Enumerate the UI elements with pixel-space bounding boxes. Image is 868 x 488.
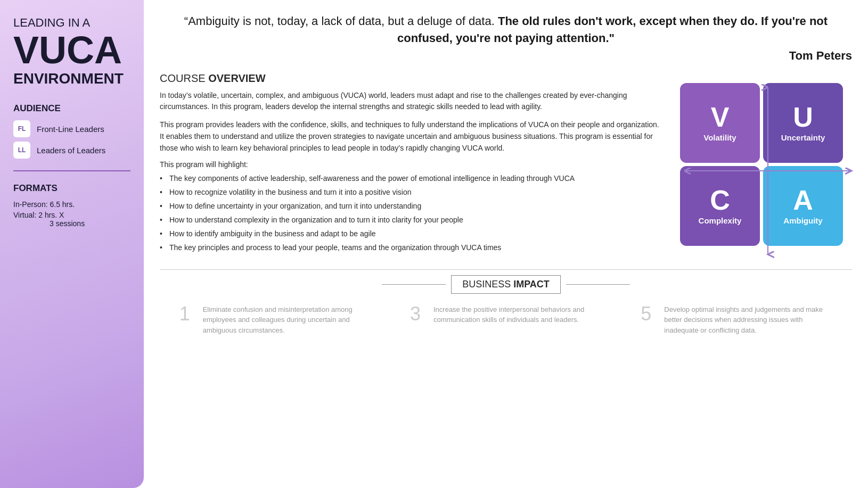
vuca-grid: V Volatility U Uncertainty C Complexity <box>680 83 843 246</box>
vuca-word-a: Ambiguity <box>783 216 822 225</box>
vuca-word-c: Complexity <box>699 216 742 225</box>
virtual-sessions: 3 sessions <box>13 219 130 228</box>
vuca-letter-v: V <box>711 103 730 131</box>
impact-card-3: 3 Increase the positive interpersonal be… <box>405 304 607 336</box>
bullet-item-3: How to understand complexity in the orga… <box>160 214 660 226</box>
bullet-item-0: The key components of active leadership,… <box>160 173 660 184</box>
body-area: COURSE OVERVIEW In today’s volatile, unc… <box>160 72 852 257</box>
impact-heading-plain: BUSINESS <box>462 279 511 290</box>
vuca-cell-a: A Ambiguity <box>763 166 843 246</box>
vuca-word-v: Volatility <box>703 133 736 142</box>
audience-badge-fl: FL <box>13 120 30 137</box>
impact-text-3: Increase the positive interpersonal beha… <box>433 304 602 325</box>
vuca-grid-wrapper: V Volatility U Uncertainty C Complexity <box>680 83 843 246</box>
vuca-grid-container: V Volatility U Uncertainty C Complexity <box>671 72 852 257</box>
bullet-item-4: How to identify ambiguity in the busines… <box>160 228 660 239</box>
impact-line-left <box>382 284 446 285</box>
quote-part1: “Ambiguity is not, today, a lack of data… <box>184 14 495 28</box>
impact-number-3: 3 <box>410 304 426 324</box>
vuca-letter-c: C <box>710 186 730 214</box>
audience-item-fl: FL Front-Line Leaders <box>13 120 130 137</box>
formats-section-title: FORMATS <box>13 183 130 194</box>
vuca-cell-v: V Volatility <box>680 83 760 163</box>
audience-badge-ll: LL <box>13 142 30 159</box>
heading-plain: COURSE <box>160 72 206 84</box>
bullet-item-2: How to define uncertainty in your organi… <box>160 201 660 212</box>
quote-author: Tom Peters <box>160 49 852 63</box>
impact-text-1: Eliminate confusion and misinterpretatio… <box>203 304 371 336</box>
vuca-cell-u: U Uncertainty <box>763 83 843 163</box>
impact-title-box: BUSINESS IMPACT <box>451 275 561 294</box>
impact-number-5: 5 <box>641 304 657 324</box>
quote-text: “Ambiguity is not, today, a lack of data… <box>160 13 852 47</box>
sidebar: LEADING IN A VUCA ENVIRONMENT AUDIENCE F… <box>0 0 144 488</box>
in-person-row: In-Person: 6.5 hrs. <box>13 200 130 209</box>
text-section: COURSE OVERVIEW In today’s volatile, unc… <box>160 72 660 257</box>
audience-label-fl: Front-Line Leaders <box>37 125 104 134</box>
audience-section-title: AUDIENCE <box>13 103 130 114</box>
quote-section: “Ambiguity is not, today, a lack of data… <box>160 13 852 63</box>
sidebar-title-vuca: VUCA <box>13 31 130 69</box>
audience-item-ll: LL Leaders of Leaders <box>13 142 130 159</box>
overview-para-1: In today’s volatile, uncertain, complex,… <box>160 90 660 113</box>
bullet-item-1: How to recognize volatility in the busin… <box>160 187 660 198</box>
page-wrapper: LEADING IN A VUCA ENVIRONMENT AUDIENCE F… <box>0 0 868 488</box>
virtual-label: Virtual: <box>13 211 36 219</box>
section-heading: COURSE OVERVIEW <box>160 72 660 85</box>
bullet-list: The key components of active leadership,… <box>160 173 660 253</box>
bullet-item-5: The key principles and process to lead y… <box>160 242 660 253</box>
formats-section: FORMATS In-Person: 6.5 hrs. Virtual: 2 h… <box>13 183 130 228</box>
vuca-letter-u: U <box>793 103 813 131</box>
business-impact-section: BUSINESS IMPACT 1 Eliminate confusion an… <box>160 269 852 336</box>
vuca-letter-a: A <box>793 186 813 214</box>
impact-cards: 1 Eliminate confusion and misinterpretat… <box>160 304 852 336</box>
sidebar-divider <box>13 170 130 171</box>
virtual-value: 2 hrs. X <box>38 211 64 219</box>
business-impact-header: BUSINESS IMPACT <box>160 275 852 294</box>
impact-number-1: 1 <box>179 304 195 324</box>
audience-label-ll: Leaders of Leaders <box>37 146 105 155</box>
vuca-cell-c: C Complexity <box>680 166 760 246</box>
virtual-row: Virtual: 2 hrs. X <box>13 211 130 219</box>
heading-bold: OVERVIEW <box>208 72 265 84</box>
in-person-value: 6.5 hrs. <box>50 200 75 209</box>
sidebar-title-env: ENVIRONMENT <box>13 70 130 87</box>
highlight-title: This program will highlight: <box>160 160 660 169</box>
overview-para-2: This program provides leaders with the c… <box>160 119 660 154</box>
main-content: “Ambiguity is not, today, a lack of data… <box>144 0 868 488</box>
impact-line-right <box>566 284 630 285</box>
impact-heading-bold: IMPACT <box>513 279 550 290</box>
vuca-word-u: Uncertainty <box>781 133 825 142</box>
impact-card-1: 1 Eliminate confusion and misinterpretat… <box>174 304 376 336</box>
sidebar-title-small: LEADING IN A <box>13 16 130 30</box>
impact-card-5: 5 Develop optimal insights and judgement… <box>635 304 838 336</box>
in-person-label: In-Person: <box>13 200 48 209</box>
impact-text-5: Develop optimal insights and judgements … <box>664 304 832 336</box>
